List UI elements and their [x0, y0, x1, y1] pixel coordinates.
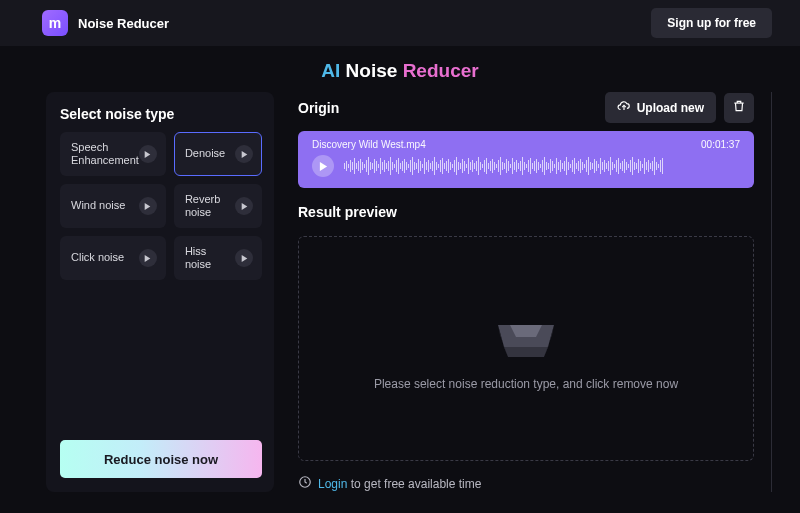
audio-play-button[interactable]: [312, 155, 334, 177]
noise-card-label: Denoise: [185, 147, 225, 160]
noise-card-label: Wind noise: [71, 199, 125, 212]
empty-tray-icon: [490, 307, 562, 359]
play-icon[interactable]: [235, 249, 253, 267]
reduce-noise-button[interactable]: Reduce noise now: [60, 440, 262, 478]
upload-new-label: Upload new: [637, 101, 704, 115]
noise-type-grid: Speech Enhancement Denoise Wind noise Re…: [60, 132, 262, 280]
title-ai: AI: [321, 60, 345, 81]
signup-button[interactable]: Sign up for free: [651, 8, 772, 38]
play-icon[interactable]: [139, 197, 157, 215]
svg-marker-4: [145, 255, 151, 262]
divider: [771, 92, 772, 492]
upload-new-button[interactable]: Upload new: [605, 92, 716, 123]
title-noise: Noise: [346, 60, 403, 81]
title-reducer: Reducer: [403, 60, 479, 81]
play-icon[interactable]: [235, 197, 253, 215]
top-bar: m Noise Reducer Sign up for free: [0, 0, 800, 46]
trash-icon: [732, 99, 746, 116]
main-panel: Origin Upload new Discovery Wild West.mp…: [298, 92, 754, 492]
noise-type-panel: Select noise type Speech Enhancement Den…: [46, 92, 274, 492]
audio-file-name: Discovery Wild West.mp4: [312, 139, 426, 150]
login-hint: Login to get free available time: [298, 475, 754, 492]
origin-heading: Origin: [298, 100, 605, 116]
page-title: AI Noise Reducer: [0, 46, 800, 92]
login-rest: to get free available time: [347, 477, 481, 491]
noise-card-label: Speech Enhancement: [71, 141, 139, 167]
result-preview-empty: Please select noise reduction type, and …: [298, 236, 754, 461]
result-heading: Result preview: [298, 204, 754, 220]
audio-waveform[interactable]: [344, 154, 740, 178]
workspace: Select noise type Speech Enhancement Den…: [0, 92, 800, 492]
svg-marker-1: [241, 151, 247, 158]
noise-card-denoise[interactable]: Denoise: [174, 132, 262, 176]
svg-marker-3: [241, 203, 247, 210]
brand-name: Noise Reducer: [78, 16, 169, 31]
audio-duration: 00:01:37: [701, 139, 740, 150]
noise-card-label: Hiss noise: [185, 245, 235, 271]
play-icon[interactable]: [139, 249, 157, 267]
svg-marker-2: [145, 203, 151, 210]
origin-header-row: Origin Upload new: [298, 92, 754, 123]
noise-card-wind-noise[interactable]: Wind noise: [60, 184, 166, 228]
svg-marker-8: [504, 347, 548, 357]
login-link[interactable]: Login: [318, 477, 347, 491]
noise-card-reverb-noise[interactable]: Reverb noise: [174, 184, 262, 228]
noise-type-heading: Select noise type: [60, 106, 262, 122]
play-icon: [319, 159, 328, 174]
svg-marker-0: [145, 151, 151, 158]
result-placeholder-text: Please select noise reduction type, and …: [374, 377, 678, 391]
delete-button[interactable]: [724, 93, 754, 123]
noise-card-speech-enhancement[interactable]: Speech Enhancement: [60, 132, 166, 176]
play-icon[interactable]: [235, 145, 253, 163]
brand-logo: m: [42, 10, 68, 36]
noise-card-label: Click noise: [71, 251, 124, 264]
svg-marker-6: [319, 162, 326, 171]
cloud-upload-icon: [617, 99, 631, 116]
clock-icon: [298, 475, 312, 492]
noise-card-hiss-noise[interactable]: Hiss noise: [174, 236, 262, 280]
play-icon[interactable]: [139, 145, 157, 163]
origin-audio-card: Discovery Wild West.mp4 00:01:37: [298, 131, 754, 188]
noise-card-click-noise[interactable]: Click noise: [60, 236, 166, 280]
svg-marker-5: [241, 255, 247, 262]
noise-card-label: Reverb noise: [185, 193, 235, 219]
